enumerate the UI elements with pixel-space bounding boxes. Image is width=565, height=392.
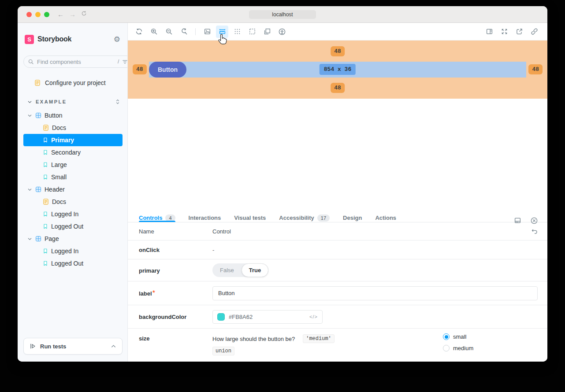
tab-visual-tests[interactable]: Visual tests [234,214,266,222]
required-mark: * [152,289,155,297]
toggle-true-option[interactable]: True [242,263,268,277]
gear-icon[interactable]: ⚙ [114,36,120,43]
arg-description: How large should the button be? [212,336,295,342]
url-bar[interactable]: localhost [249,10,316,19]
tab-actions[interactable]: Actions [375,214,396,222]
tab-label: Actions [375,214,396,221]
run-tests-button[interactable]: Run tests [23,338,123,355]
zoom-in-icon[interactable] [148,26,160,38]
control-row-primary: primary False True [128,259,547,281]
zoom-window-button[interactable] [44,12,49,17]
size-option-medium[interactable]: medium [443,345,473,351]
storybook-logo: S [25,35,34,44]
sidebar-item-button-secondary[interactable]: Secondary [18,146,127,159]
open-in-new-tab-icon[interactable] [513,26,525,38]
sidebar-item-button-large[interactable]: Large [18,159,127,171]
sidebar-item-header-logged-in[interactable]: Logged In [18,208,127,220]
outline-icon[interactable] [246,26,258,38]
story-tree: Button Docs Primary Secondary Large [18,109,127,270]
tab-label: Visual tests [234,214,266,221]
sidebar-item-button[interactable]: Button [18,109,127,122]
forward-icon[interactable]: → [69,11,76,18]
toggle-addons-panel-icon[interactable] [483,26,495,38]
chevron-down-icon [28,237,32,240]
close-window-button[interactable] [26,12,32,17]
search-input[interactable] [37,59,115,65]
sidebar-item-page-logged-in[interactable]: Logged In [18,245,127,257]
sidebar-item-label: Large [51,161,67,168]
sidebar-item-button-primary[interactable]: Primary [23,134,123,146]
arg-name: onClick [139,247,160,253]
close-panel-icon[interactable] [531,217,538,224]
search-input-box[interactable]: / [23,55,128,68]
sidebar-item-header-logged-out[interactable]: Logged Out [18,220,127,233]
measure-icon[interactable] [216,26,228,38]
sidebar-item-page[interactable]: Page [18,233,127,245]
sidebar-item-page-logged-out[interactable]: Logged Out [18,257,127,270]
sidebar-item-header-docs[interactable]: Docs [18,196,127,208]
story-button[interactable]: Button [149,62,186,78]
label-text-input[interactable] [212,286,538,300]
sidebar-item-configure[interactable]: Configure your project [18,77,127,89]
play-icon [30,343,36,349]
chevron-up-icon[interactable] [111,344,116,348]
reload-icon[interactable] [81,11,87,18]
bookmark-icon [43,149,48,155]
controls-table-header: Name Control [128,222,547,240]
brand-name: Storybook [37,35,114,43]
remount-icon[interactable] [133,26,145,38]
raw-value-toggle-icon[interactable]: </> [309,314,318,319]
tab-interactions[interactable]: Interactions [189,214,221,222]
backgrounds-icon[interactable] [201,26,213,38]
color-swatch[interactable] [217,313,225,321]
measure-margin-bottom-badge: 48 [331,83,345,93]
bookmark-icon [43,260,48,266]
panel-position-icon[interactable] [514,217,521,224]
back-icon[interactable]: ← [57,11,64,18]
background-color-input[interactable]: #FB8A62 </> [212,310,323,324]
measure-margin-top-badge: 48 [331,46,345,56]
radio-label: medium [453,345,473,351]
zoom-reset-icon[interactable] [178,26,190,38]
bookmark-icon [43,248,48,254]
collapse-expand-icon[interactable] [115,99,120,105]
size-option-small[interactable]: small [443,333,473,340]
tab-design[interactable]: Design [343,214,362,222]
tab-accessibility[interactable]: Accessibility 17 [279,214,330,222]
sidebar-item-label: Small [51,174,67,181]
desktop-background: ← → localhost S Storybook ⚙ / [0,0,565,392]
arg-name: backgroundColor [139,314,186,320]
control-row-size: size How large should the button be? 'me… [128,329,547,362]
tab-controls[interactable]: Controls 4 [139,214,175,222]
sidebar-item-button-docs[interactable]: Docs [18,122,127,134]
copy-link-icon[interactable] [528,26,540,38]
filter-icon[interactable] [122,59,128,65]
color-value[interactable]: #FB8A62 [229,314,305,320]
fullscreen-icon[interactable] [498,26,510,38]
radio-selected-icon[interactable] [443,333,450,340]
arg-name: label [139,290,152,297]
search-shortcut-hint: / [118,59,119,65]
sidebar-item-label: Secondary [51,149,81,156]
minimize-window-button[interactable] [35,12,41,17]
reset-controls-icon[interactable] [531,228,538,235]
primary-toggle[interactable]: False True [212,263,268,277]
bookmark-icon [43,211,48,217]
grid-icon[interactable] [231,26,243,38]
browser-window: ← → localhost S Storybook ⚙ / [18,6,547,362]
radio-unselected-icon[interactable] [443,345,450,351]
tab-badge: 17 [317,214,330,222]
storybook-sidebar: S Storybook ⚙ / [18,23,128,362]
sidebar-section-example[interactable]: EXAMPLE [18,96,127,107]
arg-value: - [212,247,214,253]
sidebar-item-button-small[interactable]: Small [18,171,127,183]
component-icon [35,236,41,242]
sidebar-item-header[interactable]: Header [18,183,127,196]
toolbar-divider [195,28,196,35]
toggle-false-option[interactable]: False [212,267,242,274]
sidebar-item-label: Configure your project [45,79,106,86]
zoom-out-icon[interactable] [163,26,175,38]
accessibility-icon[interactable] [276,26,288,38]
traffic-lights [26,12,49,17]
viewport-icon[interactable] [261,26,273,38]
